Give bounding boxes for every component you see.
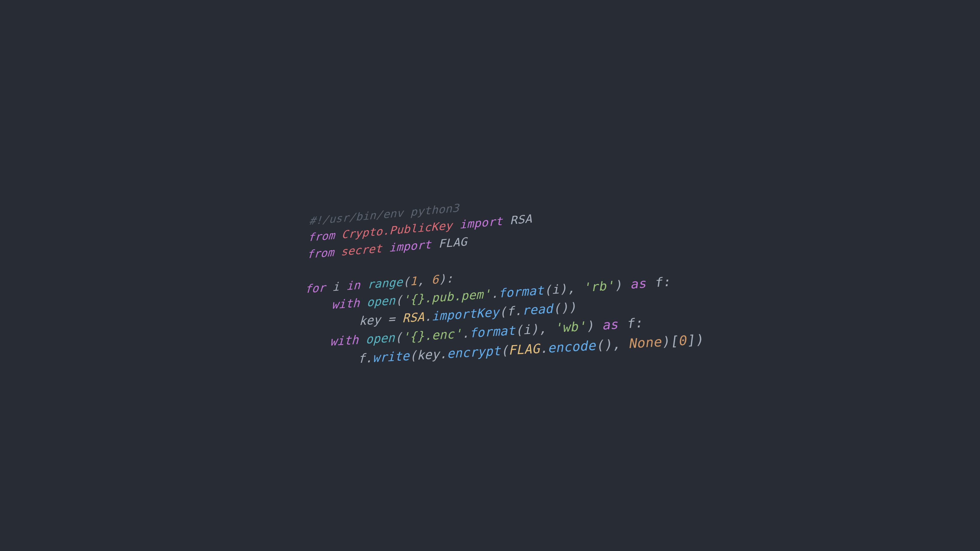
code-token: '{}.pub.pem' (402, 287, 491, 307)
code-block: #!/usr/bin/env python3 from Crypto.Publi… (300, 179, 704, 372)
code-token: ( (500, 343, 509, 358)
code-token: : (661, 275, 671, 289)
code-token: format (469, 323, 515, 340)
code-token: ()) (552, 300, 577, 316)
code-token: (f. (499, 303, 522, 319)
code-token: (key. (409, 346, 447, 363)
code-token: FLAG (508, 341, 540, 358)
code-token: as (601, 317, 619, 333)
code-token: from (307, 229, 335, 244)
code-token: key (359, 312, 388, 328)
code-token: )[ (660, 333, 679, 349)
code-token (502, 214, 510, 227)
code-token: 1 (410, 274, 417, 288)
code-token: '{}.enc' (402, 326, 462, 344)
code-token: ): (438, 272, 453, 286)
code-stage: #!/usr/bin/env python3 from Crypto.Publi… (300, 179, 704, 372)
code-token: FLAG (438, 235, 467, 250)
code-token: 'wb' (554, 319, 586, 335)
code-token: open (366, 330, 395, 346)
code-token: secret (340, 242, 382, 258)
code-token: (i), (543, 280, 583, 297)
code-token: with (329, 333, 359, 348)
code-token: ) (613, 277, 631, 292)
code-token: write (372, 348, 409, 365)
code-token: . (490, 286, 499, 301)
code-token: f (358, 351, 366, 366)
code-line (305, 265, 306, 278)
code-token: as (629, 276, 647, 292)
code-token: format (498, 283, 544, 300)
code-token: with (331, 296, 360, 311)
code-token (452, 218, 460, 232)
code-token: (), (595, 336, 628, 353)
code-token: i (325, 279, 347, 294)
code-token (395, 311, 402, 326)
code-token: open (366, 294, 395, 309)
code-token: 6 (431, 272, 439, 286)
code-token: RSA (510, 212, 532, 227)
code-token (382, 241, 389, 255)
code-token: (i), (515, 321, 555, 338)
code-token: ]) (685, 332, 704, 348)
code-token: ( (395, 293, 402, 307)
code-token: read (522, 302, 553, 318)
code-token: encrypt (447, 343, 501, 361)
code-token: for (304, 281, 326, 295)
code-token: . (539, 341, 548, 356)
code-token: ( (395, 330, 402, 345)
code-token: f (645, 275, 663, 291)
code-token: RSA (402, 310, 424, 326)
code-token: range (367, 275, 403, 291)
code-token (431, 237, 438, 251)
code-token: 'rb' (582, 278, 614, 295)
code-token: in (346, 278, 361, 292)
code-token: import (389, 238, 431, 254)
code-token (360, 278, 368, 292)
code-token (358, 332, 366, 347)
code-token: . (461, 326, 469, 341)
code-token: : (633, 315, 643, 330)
code-token: , (417, 273, 431, 287)
code-token: importKey (431, 305, 499, 324)
code-token: None (627, 334, 662, 351)
code-token: import (460, 214, 503, 231)
code-token: ( (402, 275, 410, 289)
code-token: . (365, 351, 372, 365)
code-token (334, 229, 342, 242)
code-token (360, 295, 367, 310)
code-token: f (617, 316, 635, 332)
code-token: encode (547, 338, 596, 356)
code-token (334, 245, 341, 259)
code-token: ) (585, 318, 603, 333)
code-token: from (307, 246, 334, 261)
code-token: = (388, 312, 395, 326)
code-token: . (424, 310, 431, 324)
